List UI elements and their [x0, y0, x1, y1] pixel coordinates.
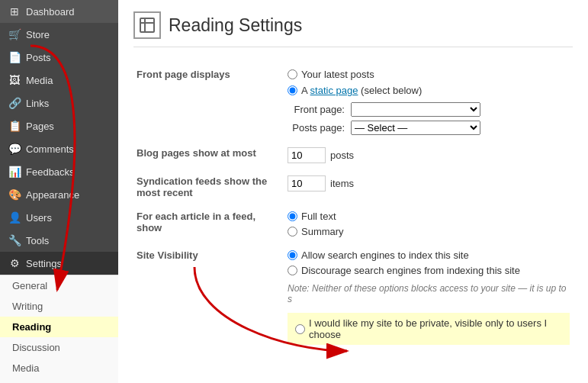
- sidebar-item-settings[interactable]: ⚙ Settings: [0, 252, 118, 275]
- settings-icon: ⚙: [8, 257, 21, 269]
- blog-pages-label: Blog pages show at most: [133, 141, 284, 169]
- sidebar-item-tools[interactable]: 🔧 Tools: [0, 229, 118, 252]
- visibility-note: Note: Neither of these options blocks ac…: [288, 283, 570, 304]
- static-page-radio[interactable]: [288, 85, 297, 95]
- main-content: Reading Settings Front page displays You…: [118, 0, 588, 383]
- allow-search-label[interactable]: Allow search engines to index this site: [301, 249, 469, 261]
- sidebar-item-sharing[interactable]: Sharing: [0, 378, 118, 383]
- syndication-input[interactable]: [288, 175, 326, 192]
- syndication-row: Syndication feeds show the most recent i…: [133, 169, 573, 204]
- comments-icon: 💬: [8, 143, 21, 155]
- sidebar: ⊞ Dashboard 🛒 Store 📄 Posts 🖼 Media 🔗 Li…: [0, 0, 118, 383]
- blog-pages-input[interactable]: [288, 147, 326, 163]
- site-visibility-options: Allow search engines to index this site …: [284, 243, 573, 351]
- sidebar-item-label: Settings: [26, 258, 62, 269]
- dashboard-icon: ⊞: [8, 5, 21, 18]
- store-icon: 🛒: [8, 28, 21, 40]
- page-title: Reading Settings: [169, 15, 302, 36]
- sidebar-item-pages[interactable]: 📋 Pages: [0, 114, 118, 137]
- full-text-option: Full text: [288, 211, 570, 222]
- sidebar-item-users[interactable]: 👤 Users: [0, 206, 118, 229]
- posts-page-select-row: Posts page: — Select —: [288, 121, 570, 135]
- svg-rect-1: [140, 18, 154, 32]
- a-text: A: [301, 85, 307, 96]
- syndication-unit: items: [330, 178, 354, 189]
- static-page-label: A static page (select below): [301, 85, 422, 96]
- private-site-label[interactable]: I would like my site to be private, visi…: [309, 317, 562, 340]
- tools-icon: 🔧: [8, 234, 21, 246]
- sidebar-item-dashboard[interactable]: ⊞ Dashboard: [0, 0, 118, 23]
- static-page-option: A static page (select below): [288, 85, 570, 96]
- front-page-select[interactable]: [351, 102, 480, 117]
- select-below-text: (select below): [361, 85, 422, 96]
- sidebar-item-links[interactable]: 🔗 Links: [0, 92, 118, 114]
- sidebar-item-appearance[interactable]: 🎨 Appearance: [0, 183, 118, 206]
- summary-label[interactable]: Summary: [301, 226, 344, 237]
- front-page-row: Front page displays Your latest posts A …: [133, 63, 573, 141]
- posts-page-select-label: Posts page:: [288, 122, 345, 134]
- pages-icon: 📋: [8, 120, 21, 132]
- summary-radio[interactable]: [288, 227, 297, 237]
- static-page-selects: Front page: Posts page: — Select —: [288, 102, 570, 135]
- posts-page-select[interactable]: — Select —: [351, 121, 480, 135]
- allow-search-option: Allow search engines to index this site: [288, 249, 570, 261]
- front-page-select-label: Front page:: [288, 104, 345, 115]
- sidebar-item-reading[interactable]: Reading: [0, 317, 118, 337]
- full-text-label[interactable]: Full text: [301, 211, 336, 222]
- sidebar-item-label: Posts: [26, 52, 51, 63]
- blog-pages-unit: posts: [330, 150, 354, 161]
- sidebar-item-label: Dashboard: [26, 6, 75, 18]
- sidebar-item-discussion[interactable]: Discussion: [0, 337, 118, 358]
- private-site-radio[interactable]: [295, 324, 305, 334]
- sidebar-item-general[interactable]: General: [0, 275, 118, 296]
- users-icon: 👤: [8, 211, 21, 224]
- sidebar-item-label: Media: [26, 75, 53, 86]
- site-visibility-label: Site Visibility: [133, 243, 284, 351]
- sidebar-item-feedbacks[interactable]: 📊 Feedbacks: [0, 160, 118, 183]
- sidebar-item-label: Links: [26, 98, 49, 109]
- article-feed-options: Full text Summary: [284, 204, 573, 243]
- posts-icon: 📄: [8, 51, 21, 63]
- settings-submenu: General Writing Reading Discussion Media…: [0, 275, 118, 383]
- summary-option: Summary: [288, 226, 570, 237]
- discourage-search-option: Discourage search engines from indexing …: [288, 265, 570, 276]
- links-icon: 🔗: [8, 97, 21, 109]
- front-page-options: Your latest posts A static page (select …: [284, 63, 573, 141]
- sidebar-item-label: Comments: [26, 143, 74, 155]
- discourage-search-label[interactable]: Discourage search engines from indexing …: [301, 265, 520, 276]
- syndication-label: Syndication feeds show the most recent: [133, 169, 284, 204]
- static-page-link[interactable]: static page: [310, 85, 358, 96]
- discourage-search-radio[interactable]: [288, 266, 297, 275]
- sidebar-item-label: Feedbacks: [26, 166, 75, 178]
- syndication-value: items: [284, 169, 573, 204]
- sidebar-item-label: Appearance: [26, 189, 79, 201]
- feedbacks-icon: 📊: [8, 166, 21, 178]
- sidebar-item-posts[interactable]: 📄 Posts: [0, 46, 118, 69]
- sidebar-item-media[interactable]: 🖼 Media: [0, 69, 118, 92]
- allow-search-radio[interactable]: [288, 250, 297, 260]
- front-page-label: Front page displays: [133, 63, 284, 141]
- full-text-radio[interactable]: [288, 211, 297, 221]
- private-option: I would like my site to be private, visi…: [288, 313, 570, 345]
- sidebar-item-media-sub[interactable]: Media: [0, 358, 118, 378]
- sidebar-item-label: Tools: [26, 235, 49, 246]
- appearance-icon: 🎨: [8, 188, 21, 201]
- sidebar-item-label: Pages: [26, 121, 54, 132]
- sidebar-item-label: Store: [26, 29, 50, 40]
- latest-posts-label[interactable]: Your latest posts: [301, 69, 374, 80]
- front-page-select-row: Front page:: [288, 102, 570, 117]
- article-feed-row: For each article in a feed, show Full te…: [133, 204, 573, 243]
- article-feed-label: For each article in a feed, show: [133, 204, 284, 243]
- sidebar-item-label: Users: [26, 212, 52, 224]
- media-icon: 🖼: [8, 74, 21, 86]
- sidebar-item-writing[interactable]: Writing: [0, 296, 118, 317]
- blog-pages-row: Blog pages show at most posts: [133, 141, 573, 169]
- sidebar-item-store[interactable]: 🛒 Store: [0, 23, 118, 46]
- latest-posts-radio[interactable]: [288, 69, 297, 79]
- site-visibility-row: Site Visibility Allow search engines to …: [133, 243, 573, 351]
- latest-posts-option: Your latest posts: [288, 69, 570, 80]
- sidebar-item-comments[interactable]: 💬 Comments: [0, 137, 118, 160]
- settings-form: Front page displays Your latest posts A …: [133, 63, 573, 351]
- page-header-icon: [133, 11, 161, 39]
- page-header: Reading Settings: [133, 11, 573, 47]
